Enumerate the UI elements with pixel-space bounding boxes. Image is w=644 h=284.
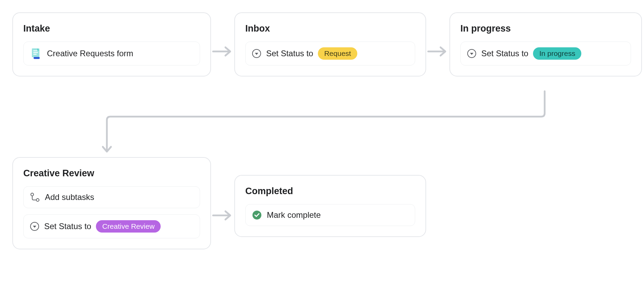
- intake-form-label: Creative Requests form: [47, 49, 133, 58]
- check-circle-icon: [252, 210, 262, 220]
- svg-rect-4: [33, 54, 37, 55]
- inprogress-set-status-label: Set Status to: [481, 49, 528, 58]
- stage-creative-review-title: Creative Review: [23, 168, 200, 179]
- creativereview-status-pill: Creative Review: [96, 220, 161, 233]
- stage-inbox-title: Inbox: [245, 23, 415, 34]
- svg-rect-3: [33, 52, 38, 53]
- intake-form-card[interactable]: Creative Requests form: [23, 42, 200, 66]
- arrow-inbox-to-inprogress: [427, 45, 448, 58]
- svg-rect-2: [33, 50, 37, 51]
- svg-point-9: [36, 199, 39, 201]
- inbox-set-status-label: Set Status to: [266, 49, 313, 58]
- dropdown-circle-icon: [252, 49, 261, 58]
- subtasks-icon: [30, 192, 40, 202]
- creativereview-set-status-label: Set Status to: [44, 222, 91, 231]
- svg-rect-5: [34, 57, 40, 59]
- stage-intake-title: Intake: [23, 23, 200, 34]
- stage-inbox: Inbox Set Status to Request: [234, 12, 426, 76]
- arrow-inprogress-to-creativereview: [96, 89, 558, 158]
- stage-creative-review: Creative Review Add subtasks Set Status …: [12, 157, 211, 249]
- stage-intake: Intake Creative Requests form: [12, 12, 211, 76]
- arrow-intake-to-inbox: [212, 45, 233, 58]
- dropdown-circle-icon: [467, 49, 476, 58]
- stage-completed: Completed Mark complete: [234, 175, 426, 237]
- stage-in-progress: In progress Set Status to In progress: [449, 12, 642, 76]
- inbox-status-pill: Request: [318, 47, 357, 60]
- creativereview-set-status-card[interactable]: Set Status to Creative Review: [23, 214, 200, 238]
- inbox-set-status-card[interactable]: Set Status to Request: [245, 42, 415, 66]
- inprogress-status-pill: In progress: [533, 47, 581, 60]
- arrow-creativereview-to-completed: [212, 209, 233, 222]
- stage-in-progress-title: In progress: [460, 23, 631, 34]
- mark-complete-label: Mark complete: [267, 210, 321, 220]
- mark-complete-card[interactable]: Mark complete: [245, 204, 415, 226]
- form-icon: [30, 47, 42, 60]
- add-subtasks-label: Add subtasks: [45, 192, 94, 202]
- dropdown-circle-icon: [30, 222, 39, 231]
- inprogress-set-status-card[interactable]: Set Status to In progress: [460, 42, 631, 66]
- stage-completed-title: Completed: [245, 186, 415, 197]
- svg-point-8: [31, 193, 34, 196]
- add-subtasks-card[interactable]: Add subtasks: [23, 186, 200, 208]
- svg-point-11: [252, 211, 261, 220]
